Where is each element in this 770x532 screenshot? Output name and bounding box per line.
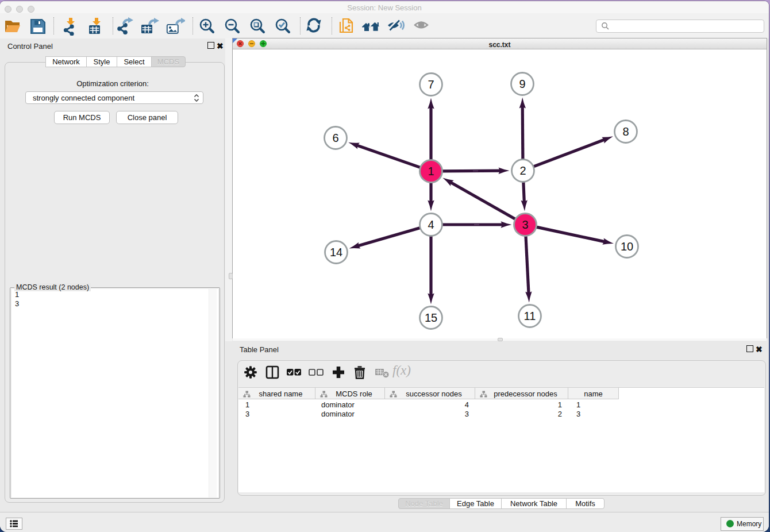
svg-text:11: 11 — [524, 310, 536, 322]
svg-text:10: 10 — [621, 240, 633, 253]
svg-text:4: 4 — [428, 218, 434, 231]
svg-text:8: 8 — [622, 125, 629, 138]
svg-text:9: 9 — [519, 78, 525, 90]
svg-text:6: 6 — [332, 132, 338, 144]
svg-text:2: 2 — [519, 164, 526, 177]
svg-text:7: 7 — [428, 78, 434, 91]
svg-text:3: 3 — [522, 218, 528, 231]
svg-text:14: 14 — [330, 246, 342, 259]
svg-text:15: 15 — [425, 311, 437, 324]
svg-text:1: 1 — [428, 165, 434, 178]
